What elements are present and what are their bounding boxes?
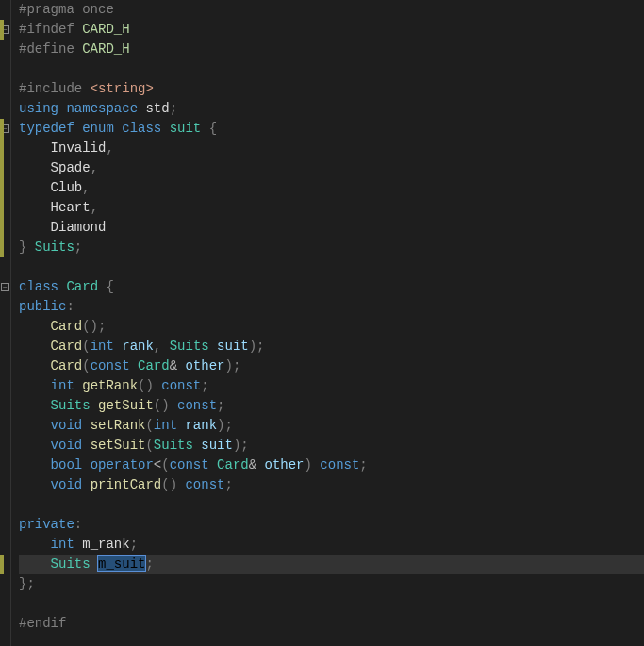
- code-line[interactable]: typedef enum class suit {: [19, 119, 644, 139]
- token: #pragma: [19, 2, 74, 17]
- token: );: [217, 418, 233, 433]
- token: :: [66, 299, 74, 314]
- gutter-cell: [0, 555, 10, 574]
- fold-toggle-icon[interactable]: −: [1, 283, 9, 291]
- code-line[interactable]: Invalid,: [19, 139, 644, 158]
- token: [74, 378, 82, 393]
- token: :: [74, 517, 82, 532]
- gutter-cell: [0, 376, 10, 396]
- token: suit: [170, 121, 202, 136]
- token: [74, 41, 82, 57]
- token: Club: [19, 180, 82, 195]
- code-line[interactable]: #pragma once: [19, 0, 644, 20]
- change-marker: [0, 218, 4, 238]
- token: };: [19, 576, 35, 591]
- token: enum: [82, 121, 114, 136]
- code-line[interactable]: void setSuit(Suits suit);: [19, 436, 644, 456]
- code-editor[interactable]: −−− #pragma once#ifndef CARD_H#define CA…: [0, 0, 644, 646]
- token: class: [122, 121, 161, 136]
- code-line[interactable]: [19, 59, 644, 79]
- code-line[interactable]: Suits m_suit;: [19, 555, 644, 574]
- token: <: [154, 457, 161, 472]
- code-line[interactable]: [19, 257, 644, 277]
- token: operator: [91, 457, 154, 472]
- token: suit: [217, 339, 249, 354]
- gutter-cell: [0, 178, 10, 198]
- code-line[interactable]: #endif: [19, 614, 644, 634]
- code-line[interactable]: Club,: [19, 178, 644, 198]
- code-line[interactable]: #define CARD_H: [19, 40, 644, 59]
- token: printCard: [91, 477, 162, 492]
- gutter-cell: [0, 515, 10, 535]
- token: [19, 319, 51, 334]
- token: (: [145, 418, 153, 433]
- token: getSuit: [98, 398, 154, 413]
- token: {: [106, 279, 113, 294]
- code-line[interactable]: Spade,: [19, 158, 644, 178]
- gutter-cell: [0, 356, 10, 376]
- gutter-cell: [0, 238, 10, 257]
- gutter-cell: [0, 495, 10, 515]
- token: ;: [201, 378, 208, 393]
- code-line[interactable]: Diamond: [19, 218, 644, 238]
- token: other: [265, 457, 305, 472]
- token: [161, 339, 169, 354]
- code-line[interactable]: Suits getSuit() const;: [19, 396, 644, 416]
- code-line[interactable]: Card(int rank, Suits suit);: [19, 337, 644, 356]
- code-line[interactable]: void setRank(int rank);: [19, 416, 644, 436]
- token: [114, 339, 122, 354]
- code-line[interactable]: Heart,: [19, 198, 644, 218]
- code-line[interactable]: void printCard() const;: [19, 475, 644, 495]
- code-line[interactable]: class Card {: [19, 277, 644, 297]
- token: Suits: [154, 438, 193, 453]
- code-line[interactable]: private:: [19, 515, 644, 535]
- token: const: [161, 378, 201, 393]
- token: std: [145, 101, 169, 116]
- token: [82, 81, 90, 96]
- code-line[interactable]: };: [19, 574, 644, 594]
- code-line[interactable]: #include <string>: [19, 79, 644, 99]
- code-line[interactable]: [19, 594, 644, 614]
- token: CARD_H: [82, 22, 129, 37]
- token: [82, 477, 90, 492]
- gutter-cell: −: [0, 119, 10, 139]
- code-line[interactable]: int getRank() const;: [19, 376, 644, 396]
- token: [19, 537, 51, 552]
- token: Invalid: [19, 141, 106, 156]
- code-line[interactable]: bool operator<(const Card& other) const;: [19, 456, 644, 475]
- gutter-cell: [0, 317, 10, 337]
- token: ;: [217, 398, 224, 413]
- code-line[interactable]: } Suits;: [19, 238, 644, 257]
- token: [19, 418, 51, 433]
- code-line[interactable]: using namespace std;: [19, 99, 644, 119]
- token: typedef: [19, 121, 74, 136]
- token: const: [185, 477, 224, 492]
- token: #endif: [19, 616, 66, 631]
- code-line[interactable]: [19, 495, 644, 515]
- gutter-cell: [0, 59, 10, 79]
- token: rank: [122, 339, 154, 354]
- token: );: [233, 438, 249, 453]
- token: ,: [154, 339, 161, 354]
- change-marker: [0, 555, 4, 574]
- token: [161, 121, 169, 136]
- code-line[interactable]: int m_rank;: [19, 535, 644, 555]
- token: Suits: [35, 240, 74, 255]
- token: int: [51, 378, 74, 393]
- code-line[interactable]: #ifndef CARD_H: [19, 20, 644, 40]
- token: #ifndef: [19, 22, 74, 37]
- token: [19, 378, 51, 393]
- token: m_rank: [82, 537, 129, 552]
- token: rank: [185, 418, 217, 433]
- token: void: [51, 418, 83, 433]
- code-line[interactable]: public:: [19, 297, 644, 317]
- gutter: −−−: [0, 0, 11, 646]
- token: [26, 240, 34, 255]
- code-line[interactable]: Card(const Card& other);: [19, 356, 644, 376]
- token: setRank: [91, 418, 146, 433]
- code-area[interactable]: #pragma once#ifndef CARD_H#define CARD_H…: [11, 0, 644, 646]
- token: (): [138, 378, 154, 393]
- token: private: [19, 517, 74, 532]
- token: (): [161, 477, 177, 492]
- code-line[interactable]: Card();: [19, 317, 644, 337]
